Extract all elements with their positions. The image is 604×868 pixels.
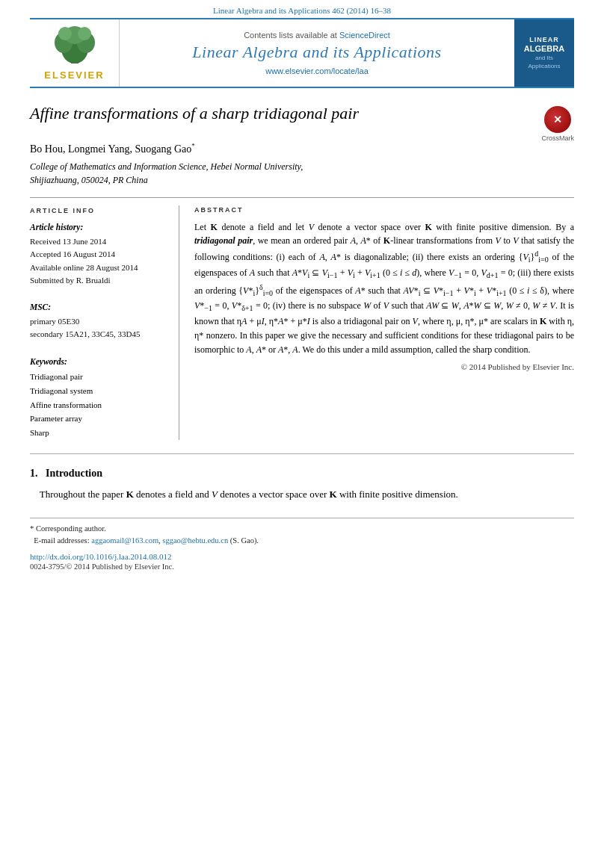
- page: Linear Algebra and its Applications 462 …: [0, 0, 604, 868]
- crossmark-badge[interactable]: ✕ CrossMark: [541, 106, 574, 142]
- badge-line2: ALgebRA: [524, 44, 564, 54]
- keyword-5: Sharp: [30, 426, 164, 440]
- msc-secondary: secondary 15A21, 33C45, 33D45: [30, 328, 164, 341]
- crossmark-label: CrossMark: [541, 134, 574, 142]
- elsevier-logo: ELSEVIER: [30, 19, 120, 87]
- journal-citation-text: Linear Algebra and its Applications 462 …: [213, 6, 391, 15]
- sciencedirect-link[interactable]: ScienceDirect: [339, 31, 390, 40]
- author-star: *: [191, 142, 195, 149]
- submitted-by: Submitted by R. Brualdi: [30, 274, 164, 287]
- article-info-col: ARTICLE INFO Article history: Received 1…: [30, 205, 179, 440]
- linear-algebra-badge: LINEAR ALgebRA and Its Applications: [514, 19, 574, 87]
- keywords-label: Keywords:: [30, 355, 164, 368]
- footer: * Corresponding author. E-mail addresses…: [30, 518, 574, 571]
- issn-line: 0024-3795/© 2014 Published by Elsevier I…: [30, 562, 574, 571]
- msc-primary: primary 05E30: [30, 315, 164, 328]
- section-title: 1. Introduction: [30, 468, 574, 480]
- abstract-text: Let K denote a field and let V denote a …: [194, 220, 574, 357]
- elsevier-tree-icon: [49, 26, 101, 67]
- title-crossmark-row: Affine transformations of a sharp tridia…: [30, 103, 574, 142]
- corresponding-author-note: * Corresponding author.: [30, 523, 574, 536]
- email-note: E-mail addresses: aggaomail@163.com, sgg…: [30, 535, 574, 548]
- abstract-col: ABSTRACT Let K denote a field and let V …: [179, 205, 574, 440]
- svg-point-5: [58, 27, 72, 40]
- two-col-section: ARTICLE INFO Article history: Received 1…: [30, 197, 574, 440]
- abstract-header: ABSTRACT: [194, 205, 574, 216]
- contents-label: Contents lists available at ScienceDirec…: [244, 31, 390, 40]
- field-symbol: K: [211, 222, 218, 232]
- email-link-2[interactable]: sggao@hebtu.edu.cn: [162, 536, 228, 545]
- email-link-1[interactable]: aggaomail@163.com: [91, 536, 158, 545]
- keyword-1: Tridiagonal pair: [30, 370, 164, 384]
- badge-line3: and Its Applications: [528, 54, 560, 70]
- keyword-3: Affine transformation: [30, 398, 164, 412]
- section-divider: [30, 453, 574, 454]
- authors: Bo Hou, Longmei Yang, Suogang Gao*: [30, 142, 574, 155]
- journal-main-title: Linear Algebra and its Applications: [192, 43, 441, 62]
- received-date: Received 13 June 2014: [30, 235, 164, 248]
- journal-citation[interactable]: Linear Algebra and its Applications 462 …: [0, 0, 604, 18]
- copyright-line: © 2014 Published by Elsevier Inc.: [194, 361, 574, 373]
- history-label: Article history:: [30, 220, 164, 234]
- keywords-list: Tridiagonal pair Tridiagonal system Affi…: [30, 370, 164, 439]
- svg-point-6: [78, 27, 91, 40]
- introduction-text: Throughout the paper K denotes a field a…: [30, 487, 574, 503]
- article-info-header: ARTICLE INFO: [30, 205, 164, 216]
- accepted-date: Accepted 16 August 2014: [30, 248, 164, 261]
- keyword-4: Parameter array: [30, 412, 164, 426]
- elsevier-wordmark: ELSEVIER: [44, 69, 104, 81]
- msc-label: MSC:: [30, 300, 164, 314]
- doi-link[interactable]: http://dx.doi.org/10.1016/j.laa.2014.08.…: [30, 552, 574, 561]
- affiliation: College of Mathematics and Information S…: [30, 160, 574, 187]
- crossmark-icon: ✕: [544, 106, 571, 133]
- introduction-section: 1. Introduction Throughout the paper K d…: [30, 468, 574, 503]
- article-title: Affine transformations of a sharp tridia…: [30, 103, 359, 125]
- journal-header: ELSEVIER Contents lists available at Sci…: [30, 18, 574, 88]
- badge-line1: LINEAR: [529, 36, 559, 44]
- keyword-2: Tridiagonal system: [30, 384, 164, 398]
- available-date: Available online 28 August 2014: [30, 261, 164, 274]
- journal-title-area: Contents lists available at ScienceDirec…: [120, 19, 514, 87]
- journal-url[interactable]: www.elsevier.com/locate/laa: [265, 66, 369, 75]
- article-content: Affine transformations of a sharp tridia…: [30, 88, 574, 503]
